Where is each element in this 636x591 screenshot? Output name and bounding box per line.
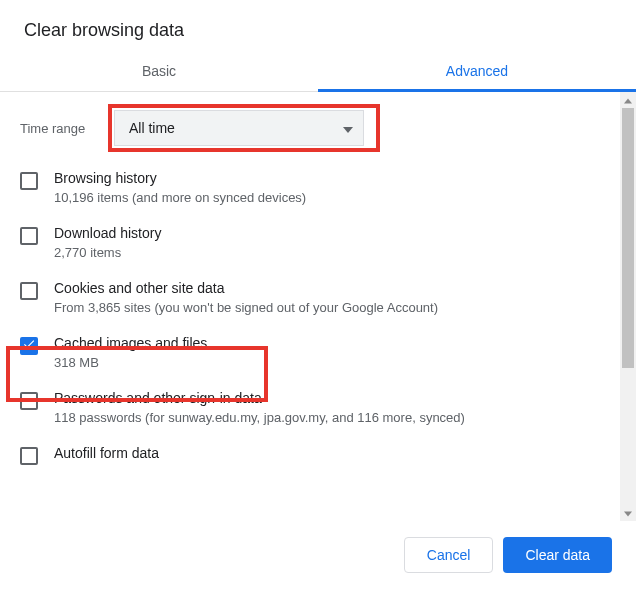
chevron-down-icon: [343, 120, 353, 136]
item-cached-images[interactable]: Cached images and files 318 MB: [0, 325, 620, 380]
dialog-body: Time range All time Browsing history 10,…: [0, 92, 636, 521]
item-title: Autofill form data: [54, 445, 159, 461]
tab-basic-label: Basic: [142, 63, 176, 79]
item-text: Autofill form data: [54, 445, 159, 461]
tab-advanced-label: Advanced: [446, 63, 508, 79]
item-title: Download history: [54, 225, 161, 241]
scrollbar-thumb[interactable]: [622, 108, 634, 368]
time-range-row: Time range All time: [0, 92, 620, 160]
item-sub: From 3,865 sites (you won't be signed ou…: [54, 300, 438, 315]
data-type-list: Browsing history 10,196 items (and more …: [0, 160, 620, 465]
item-autofill[interactable]: Autofill form data: [0, 435, 620, 465]
dialog-footer: Cancel Clear data: [0, 521, 636, 591]
triangle-up-icon: [624, 92, 632, 109]
scrollbar-track[interactable]: [620, 108, 636, 505]
item-title: Cookies and other site data: [54, 280, 438, 296]
clear-browsing-data-dialog: Clear browsing data Basic Advanced Time …: [0, 0, 636, 591]
clear-data-button-label: Clear data: [525, 547, 590, 563]
item-title: Browsing history: [54, 170, 306, 186]
item-text: Cached images and files 318 MB: [54, 335, 207, 370]
tab-basic[interactable]: Basic: [0, 49, 318, 91]
clear-data-button[interactable]: Clear data: [503, 537, 612, 573]
scrollbar[interactable]: [620, 92, 636, 521]
time-range-selected: All time: [129, 120, 175, 136]
checkbox-download-history[interactable]: [20, 227, 38, 245]
scroll-down-button[interactable]: [620, 505, 636, 521]
item-sub: 2,770 items: [54, 245, 161, 260]
item-text: Passwords and other sign-in data 118 pas…: [54, 390, 465, 425]
tabs: Basic Advanced: [0, 49, 636, 92]
item-sub: 10,196 items (and more on synced devices…: [54, 190, 306, 205]
item-text: Cookies and other site data From 3,865 s…: [54, 280, 438, 315]
checkbox-cached-images[interactable]: [20, 337, 38, 355]
checkbox-passwords[interactable]: [20, 392, 38, 410]
scroll-up-button[interactable]: [620, 92, 636, 108]
time-range-label: Time range: [20, 121, 98, 136]
item-passwords[interactable]: Passwords and other sign-in data 118 pas…: [0, 380, 620, 435]
cancel-button-label: Cancel: [427, 547, 471, 563]
item-sub: 118 passwords (for sunway.edu.my, jpa.go…: [54, 410, 465, 425]
checkbox-autofill[interactable]: [20, 447, 38, 465]
dialog-title: Clear browsing data: [0, 0, 636, 49]
item-sub: 318 MB: [54, 355, 207, 370]
scroll-content: Time range All time Browsing history 10,…: [0, 92, 620, 521]
item-cookies[interactable]: Cookies and other site data From 3,865 s…: [0, 270, 620, 325]
item-title: Passwords and other sign-in data: [54, 390, 465, 406]
cancel-button[interactable]: Cancel: [404, 537, 494, 573]
item-browsing-history[interactable]: Browsing history 10,196 items (and more …: [0, 160, 620, 215]
checkbox-browsing-history[interactable]: [20, 172, 38, 190]
check-icon: [22, 337, 36, 355]
triangle-down-icon: [624, 504, 632, 521]
item-download-history[interactable]: Download history 2,770 items: [0, 215, 620, 270]
item-text: Browsing history 10,196 items (and more …: [54, 170, 306, 205]
item-title: Cached images and files: [54, 335, 207, 351]
checkbox-cookies[interactable]: [20, 282, 38, 300]
time-range-dropdown[interactable]: All time: [114, 110, 364, 146]
tab-advanced[interactable]: Advanced: [318, 49, 636, 91]
item-text: Download history 2,770 items: [54, 225, 161, 260]
